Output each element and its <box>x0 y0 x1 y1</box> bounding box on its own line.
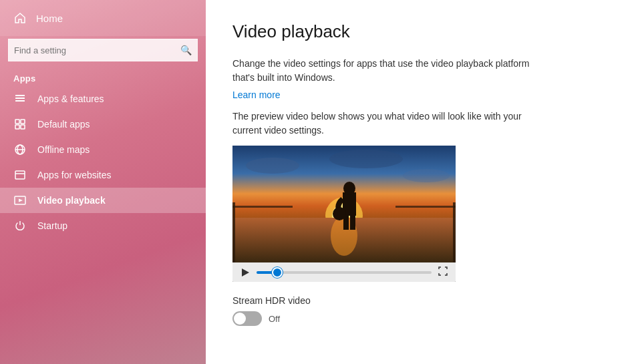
progress-thumb <box>272 267 283 278</box>
toggle-state-label: Off <box>269 314 280 324</box>
video-preview <box>232 146 456 262</box>
apps-features-label: Apps & features <box>37 94 104 104</box>
sidebar-item-apps-websites[interactable]: Apps for websites <box>0 162 206 188</box>
default-apps-label: Default apps <box>37 119 90 130</box>
toggle-thumb <box>234 313 246 325</box>
svg-rect-25 <box>395 206 456 208</box>
svg-rect-5 <box>15 125 19 129</box>
home-icon <box>13 12 27 24</box>
hdr-label: Stream HDR video <box>232 295 617 306</box>
sidebar-item-default-apps[interactable]: Default apps <box>0 112 206 137</box>
hdr-section: Stream HDR video Off <box>232 295 617 326</box>
startup-icon <box>13 220 27 232</box>
offline-maps-label: Offline maps <box>37 144 90 155</box>
svg-rect-29 <box>343 215 349 230</box>
section-label: Apps <box>0 67 206 86</box>
offline-maps-icon <box>13 144 27 156</box>
video-playback-label: Video playback <box>37 195 106 206</box>
progress-bar[interactable] <box>257 271 432 274</box>
apps-websites-icon <box>13 169 27 181</box>
video-scene-svg <box>232 146 456 262</box>
svg-rect-3 <box>15 120 19 124</box>
description-text: Change the video settings for apps that … <box>232 57 540 85</box>
svg-point-27 <box>343 182 355 195</box>
startup-label: Startup <box>37 220 67 231</box>
svg-rect-4 <box>21 120 25 124</box>
sidebar-item-offline-maps[interactable]: Offline maps <box>0 137 206 162</box>
default-apps-icon <box>13 118 27 130</box>
progress-fill <box>257 271 277 274</box>
sidebar-item-apps-features[interactable]: Apps & features <box>0 86 206 112</box>
apps-websites-label: Apps for websites <box>37 170 112 180</box>
svg-rect-10 <box>15 171 25 179</box>
svg-rect-2 <box>15 100 25 102</box>
video-controls <box>232 262 456 282</box>
sidebar: Home 🔍 Apps Apps & features Default ap <box>0 0 206 364</box>
toggle-row: Off <box>232 311 617 326</box>
svg-point-17 <box>403 169 450 182</box>
sidebar-item-startup[interactable]: Startup <box>0 213 206 238</box>
svg-rect-1 <box>15 98 25 99</box>
svg-rect-23 <box>232 206 293 208</box>
search-box[interactable]: 🔍 <box>8 39 198 61</box>
fullscreen-button[interactable] <box>438 266 448 278</box>
sidebar-home[interactable]: Home <box>0 0 206 36</box>
svg-point-16 <box>329 150 403 168</box>
svg-rect-24 <box>453 202 456 262</box>
page-title: Video playback <box>232 21 617 42</box>
svg-rect-0 <box>15 95 25 96</box>
preview-text: The preview video below shows you what v… <box>232 110 540 138</box>
play-button[interactable] <box>240 268 250 277</box>
svg-rect-6 <box>21 125 25 129</box>
svg-marker-13 <box>19 199 23 202</box>
svg-point-15 <box>246 158 299 174</box>
sidebar-item-video-playback[interactable]: Video playback <box>0 188 206 213</box>
apps-features-icon <box>13 93 27 105</box>
home-label: Home <box>36 13 63 24</box>
main-content: Video playback Change the video settings… <box>206 0 644 364</box>
search-input[interactable] <box>14 45 180 55</box>
hdr-toggle[interactable] <box>232 311 262 326</box>
video-player <box>232 146 456 282</box>
svg-marker-31 <box>242 268 249 277</box>
svg-rect-30 <box>350 215 355 230</box>
video-playback-icon <box>13 194 27 206</box>
search-icon[interactable]: 🔍 <box>180 45 192 55</box>
learn-more-link[interactable]: Learn more <box>232 89 281 100</box>
svg-rect-22 <box>232 202 235 262</box>
